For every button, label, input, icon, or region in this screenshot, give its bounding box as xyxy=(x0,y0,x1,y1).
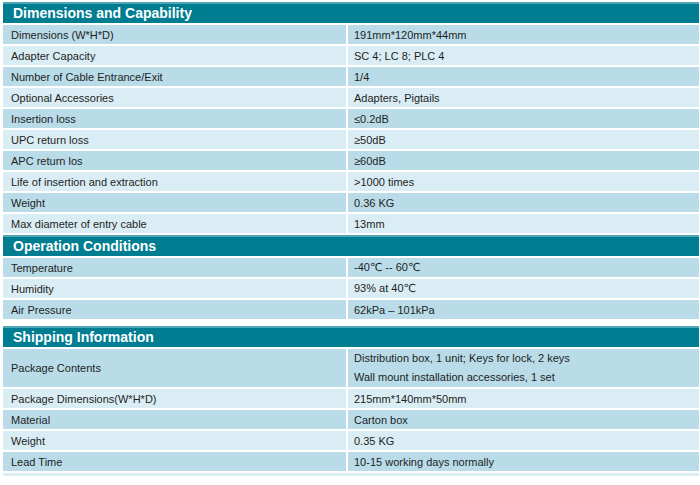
section-shipping-information: Shipping Information Package ContentsDis… xyxy=(3,326,699,471)
section-header: Operation Conditions xyxy=(3,235,699,256)
spec-row-value: Carton box xyxy=(348,410,699,429)
spec-rows: Package ContentsDistribution box, 1 unit… xyxy=(3,349,699,471)
spec-rows: Dimensions (W*H*D)191mm*120mm*44mmAdapte… xyxy=(3,25,699,233)
spec-row-value: 62kPa – 101kPa xyxy=(348,300,699,319)
spec-row: Adapter CapacitySC 4; LC 8; PLC 4 xyxy=(3,46,699,65)
spec-row-value: -40℃ -- 60℃ xyxy=(348,258,699,277)
spec-row-value: ≤0.2dB xyxy=(348,109,699,128)
spec-row-label: Optional Accessories xyxy=(3,88,346,107)
spec-row: APC return los≥60dB xyxy=(3,151,699,170)
spec-row-value: 93% at 40℃ xyxy=(348,279,699,298)
spec-row-label: Humidity xyxy=(3,279,346,298)
section-title: Dimensions and Capability xyxy=(13,5,192,21)
spec-row-value: 0.36 KG xyxy=(348,193,699,212)
spec-row-label: Insertion loss xyxy=(3,109,346,128)
spec-row: Life of insertion and extraction>1000 ti… xyxy=(3,172,699,191)
spec-row-label: Package Dimensions(W*H*D) xyxy=(3,389,346,408)
spec-row-label: Weight xyxy=(3,193,346,212)
spec-row-value: Distribution box, 1 unit; Keys for lock,… xyxy=(348,349,699,387)
spec-row-value: 10-15 working days normally xyxy=(348,452,699,471)
spec-row-value: 1/4 xyxy=(348,67,699,86)
spec-row-label: Adapter Capacity xyxy=(3,46,346,65)
section-header: Dimensions and Capability xyxy=(3,2,699,23)
spec-row-value: ≥60dB xyxy=(348,151,699,170)
spec-row-label: Dimensions (W*H*D) xyxy=(3,25,346,44)
spec-row-value: 0.35 KG xyxy=(348,431,699,450)
spec-rows: Temperature-40℃ -- 60℃Humidity93% at 40℃… xyxy=(3,258,699,319)
spec-row: Insertion loss≤0.2dB xyxy=(3,109,699,128)
spec-sheet: Dimensions and Capability Dimensions (W*… xyxy=(0,0,700,476)
spec-row-value-line: Distribution box, 1 unit; Keys for lock,… xyxy=(354,349,570,368)
spec-row: UPC return loss≥50dB xyxy=(3,130,699,149)
spec-row: Humidity93% at 40℃ xyxy=(3,279,699,298)
spec-row: Temperature-40℃ -- 60℃ xyxy=(3,258,699,277)
spec-row: Weight0.36 KG xyxy=(3,193,699,212)
spec-row-label: Lead Time xyxy=(3,452,346,471)
spec-row-value: SC 4; LC 8; PLC 4 xyxy=(348,46,699,65)
spec-row-value: 13mm xyxy=(348,214,699,233)
spec-row-label: Material xyxy=(3,410,346,429)
spec-row: Dimensions (W*H*D)191mm*120mm*44mm xyxy=(3,25,699,44)
spec-row-value: ≥50dB xyxy=(348,130,699,149)
spec-row: Max diameter of entry cable13mm xyxy=(3,214,699,233)
spec-row: Air Pressure62kPa – 101kPa xyxy=(3,300,699,319)
spec-row-label: Air Pressure xyxy=(3,300,346,319)
spec-row-label: Weight xyxy=(3,431,346,450)
section-operation-conditions: Operation Conditions Temperature-40℃ -- … xyxy=(3,235,699,319)
spec-row: Number of Cable Entrance/Exit1/4 xyxy=(3,67,699,86)
spec-row: Package ContentsDistribution box, 1 unit… xyxy=(3,349,699,387)
spec-row: Optional AccessoriesAdapters, Pigtails xyxy=(3,88,699,107)
spec-row-value: >1000 times xyxy=(348,172,699,191)
spec-row: MaterialCarton box xyxy=(3,410,699,429)
spec-row-label: Temperature xyxy=(3,258,346,277)
spec-row-value: 191mm*120mm*44mm xyxy=(348,25,699,44)
spec-row-label: Max diameter of entry cable xyxy=(3,214,346,233)
partial-next-section-strip xyxy=(3,473,699,476)
spec-row-value-line: Wall mount installation accessories, 1 s… xyxy=(354,368,555,387)
section-title: Operation Conditions xyxy=(13,238,156,254)
spec-row-value: Adapters, Pigtails xyxy=(348,88,699,107)
section-title: Shipping Information xyxy=(13,329,154,345)
section-dimensions-and-capability: Dimensions and Capability Dimensions (W*… xyxy=(3,2,699,233)
spec-row-label: APC return los xyxy=(3,151,346,170)
spec-row-value: 215mm*140mm*50mm xyxy=(348,389,699,408)
spec-row-label: UPC return loss xyxy=(3,130,346,149)
spec-row: Lead Time10-15 working days normally xyxy=(3,452,699,471)
section-header: Shipping Information xyxy=(3,326,699,347)
spec-row-label: Life of insertion and extraction xyxy=(3,172,346,191)
spec-row-label: Package Contents xyxy=(3,349,346,387)
spec-row: Package Dimensions(W*H*D)215mm*140mm*50m… xyxy=(3,389,699,408)
spec-row: Weight0.35 KG xyxy=(3,431,699,450)
spec-row-label: Number of Cable Entrance/Exit xyxy=(3,67,346,86)
